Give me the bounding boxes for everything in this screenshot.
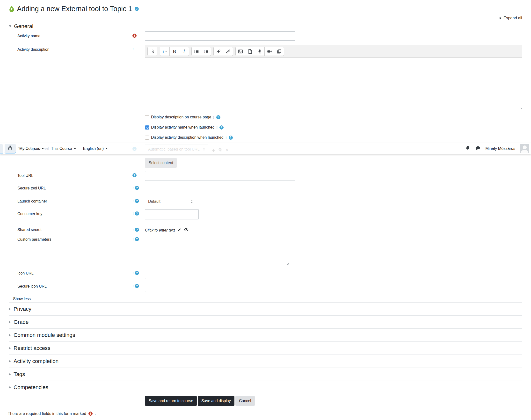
textarea-resize-handle[interactable] — [286, 262, 289, 265]
tool-url-input[interactable] — [145, 171, 295, 181]
insert-image-button[interactable] — [235, 47, 245, 56]
save-and-display-button[interactable]: Save and display — [198, 396, 234, 406]
caret-right-icon — [9, 321, 11, 323]
chevron-down-icon — [106, 148, 107, 149]
required-fields-note: There are required fields in this form m… — [8, 411, 522, 416]
caret-right-icon — [500, 17, 501, 19]
help-icon[interactable]: ? — [135, 284, 139, 288]
caret-right-icon — [9, 334, 11, 336]
edit-pencil-icon[interactable] — [177, 228, 182, 233]
messages-chat-icon[interactable] — [475, 146, 481, 152]
display-activity-description-checkbox[interactable] — [145, 135, 149, 140]
icon-url-label: Icon URL — [9, 269, 133, 275]
notifications-bell-icon[interactable] — [465, 146, 470, 151]
help-icon[interactable]: ? — [135, 199, 139, 203]
activity-description-label: Activity description — [9, 45, 133, 52]
caret-right-icon — [9, 386, 11, 389]
editor-resize-handle[interactable] — [519, 106, 522, 109]
launch-container-select[interactable]: Default — [145, 197, 196, 206]
help-icon[interactable]: ? — [135, 237, 139, 241]
nav-this-course[interactable]: This Course — [47, 147, 79, 151]
section-heading-tags[interactable]: Tags — [9, 368, 522, 381]
advanced-field-icon: ! — [133, 212, 134, 215]
unlink-button[interactable] — [223, 47, 233, 56]
sitemap-icon — [7, 145, 13, 151]
activity-description-row: Activity description ! i — [9, 45, 522, 109]
select-content-button[interactable]: Select content — [145, 158, 177, 168]
rich-text-editor: i B I 123 — [145, 45, 522, 109]
section-heading-activity-completion[interactable]: Activity completion — [9, 355, 522, 368]
help-icon[interactable]: ? — [216, 115, 220, 119]
icon-url-input[interactable] — [145, 269, 295, 279]
display-activity-name-checkbox[interactable] — [145, 125, 149, 130]
advanced-field-icon: ! — [133, 237, 134, 241]
insert-media-button[interactable] — [245, 47, 255, 56]
top-navbar: My Courses This Course English (en) — [0, 143, 531, 154]
custom-parameters-textarea[interactable] — [145, 235, 289, 265]
ordered-list-button[interactable]: 123 — [201, 47, 211, 56]
secure-tool-url-label: Secure tool URL — [9, 184, 133, 190]
section-heading-grade[interactable]: Grade — [9, 315, 522, 329]
caret-right-icon — [9, 347, 11, 349]
help-icon[interactable]: ? — [133, 173, 137, 177]
activity-name-input[interactable] — [145, 31, 295, 41]
help-icon[interactable]: ? — [135, 211, 139, 216]
custom-parameters-row: Custom parameters !? — [9, 235, 522, 265]
select-caret-icon — [191, 200, 193, 203]
show-secret-eye-icon[interactable] — [184, 227, 189, 233]
nav-edge-button[interactable] — [0, 144, 3, 153]
advanced-field-icon: ! — [133, 47, 134, 51]
section-heading-competencies[interactable]: Competencies — [9, 381, 522, 394]
editor-content-area[interactable] — [145, 58, 522, 109]
record-audio-button[interactable] — [255, 47, 265, 56]
section-heading-restrict-access[interactable]: Restrict access — [9, 342, 522, 355]
cancel-button[interactable]: Cancel — [235, 396, 255, 406]
caret-right-icon — [9, 308, 11, 310]
required-icon: ! — [89, 412, 92, 416]
help-icon[interactable]: ? — [135, 228, 139, 232]
help-icon[interactable]: ? — [219, 125, 224, 130]
caret-right-icon — [9, 373, 11, 375]
activity-name-label: Activity name — [9, 31, 133, 38]
advanced-field-icon: ! — [216, 126, 217, 129]
nav-my-courses[interactable]: My Courses — [16, 147, 47, 151]
italic-button[interactable]: I — [179, 47, 189, 56]
shared-secret-inline-edit[interactable]: Click to enter text — [145, 228, 175, 232]
help-icon[interactable]: ? — [135, 7, 139, 11]
site-home-button[interactable] — [5, 144, 16, 153]
launch-container-label: Launch container — [9, 197, 133, 203]
divider — [9, 394, 522, 394]
consumer-key-input[interactable] — [145, 209, 199, 219]
show-less-link[interactable]: Show less... — [13, 297, 34, 301]
display-description-checkbox[interactable] — [145, 115, 149, 119]
save-and-return-button[interactable]: Save and return to course — [145, 396, 197, 406]
link-button[interactable] — [213, 47, 223, 56]
unordered-list-button[interactable] — [191, 47, 201, 56]
form-actions: Save and return to course Save and displ… — [145, 396, 522, 406]
avatar[interactable] — [520, 144, 529, 153]
checkbox-label: Display activity description when launch… — [151, 135, 224, 140]
expand-all-link[interactable]: Expand all — [9, 16, 522, 20]
user-name[interactable]: Mihály Mészáros — [485, 146, 515, 151]
tool-url-label: Tool URL — [9, 171, 133, 178]
nav-language[interactable]: English (en) — [79, 147, 111, 151]
collapse-toolbar-button[interactable] — [147, 47, 157, 56]
advanced-field-icon: ! — [133, 284, 134, 288]
section-heading-privacy[interactable]: Privacy — [9, 302, 522, 315]
manage-files-button[interactable] — [274, 47, 284, 56]
help-icon[interactable]: ? — [135, 271, 139, 275]
display-activity-description-row: Display activity description when launch… — [145, 135, 522, 140]
paragraph-styles-button[interactable]: i — [160, 47, 170, 56]
section-heading-general[interactable]: General — [9, 23, 522, 30]
record-video-button[interactable] — [264, 47, 274, 56]
bold-button[interactable]: B — [169, 47, 179, 56]
shared-secret-label: Shared secret — [9, 225, 133, 232]
advanced-field-icon: ! — [133, 186, 134, 190]
secure-icon-url-input[interactable] — [145, 282, 295, 292]
help-icon[interactable]: ? — [135, 186, 139, 190]
required-icon: ! — [133, 34, 137, 38]
secure-tool-url-input[interactable] — [145, 184, 295, 193]
help-icon[interactable]: ? — [229, 135, 233, 140]
custom-parameters-label: Custom parameters — [9, 235, 133, 242]
section-heading-common-module-settings[interactable]: Common module settings — [9, 329, 522, 342]
